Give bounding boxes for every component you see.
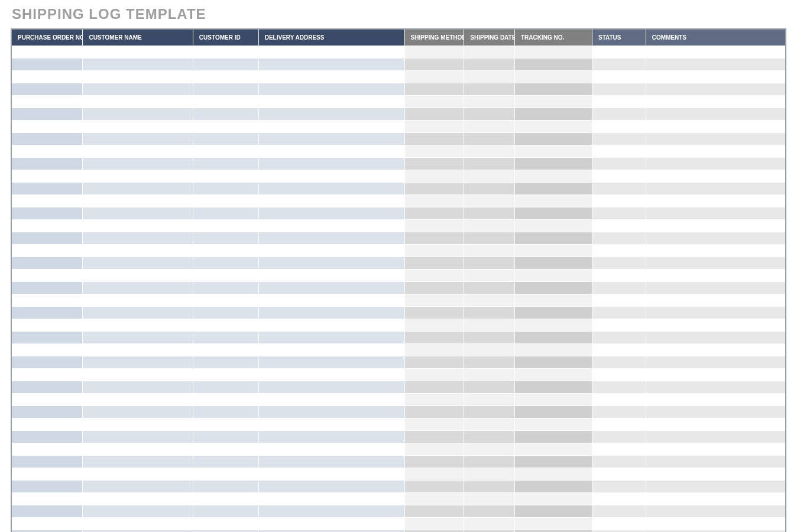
cell[interactable] xyxy=(83,307,193,319)
cell[interactable] xyxy=(258,307,404,319)
cell[interactable] xyxy=(464,245,515,257)
cell[interactable] xyxy=(404,518,464,530)
cell[interactable] xyxy=(193,431,258,443)
cell[interactable] xyxy=(404,419,464,431)
cell[interactable] xyxy=(258,319,404,332)
cell[interactable] xyxy=(592,493,646,505)
cell[interactable] xyxy=(258,394,404,406)
cell[interactable] xyxy=(258,71,404,83)
cell[interactable] xyxy=(11,456,83,468)
cell[interactable] xyxy=(83,83,193,96)
cell[interactable] xyxy=(646,394,786,406)
cell[interactable] xyxy=(464,530,515,533)
cell[interactable] xyxy=(11,133,83,145)
cell[interactable] xyxy=(258,121,404,133)
cell[interactable] xyxy=(514,394,592,406)
cell[interactable] xyxy=(514,381,592,394)
cell[interactable] xyxy=(592,270,646,282)
cell[interactable] xyxy=(646,207,786,220)
cell[interactable] xyxy=(646,220,786,232)
cell[interactable] xyxy=(83,232,193,245)
cell[interactable] xyxy=(83,59,193,71)
cell[interactable] xyxy=(404,505,464,518)
cell[interactable] xyxy=(83,344,193,356)
cell[interactable] xyxy=(83,183,193,195)
cell[interactable] xyxy=(11,319,83,332)
cell[interactable] xyxy=(11,96,83,108)
cell[interactable] xyxy=(83,282,193,294)
cell[interactable] xyxy=(193,71,258,83)
cell[interactable] xyxy=(11,381,83,394)
cell[interactable] xyxy=(592,443,646,456)
cell[interactable] xyxy=(11,294,83,307)
cell[interactable] xyxy=(592,207,646,220)
cell[interactable] xyxy=(83,158,193,170)
cell[interactable] xyxy=(193,530,258,533)
cell[interactable] xyxy=(258,332,404,344)
cell[interactable] xyxy=(11,245,83,257)
cell[interactable] xyxy=(464,332,515,344)
cell[interactable] xyxy=(592,145,646,158)
cell[interactable] xyxy=(83,394,193,406)
cell[interactable] xyxy=(404,270,464,282)
cell[interactable] xyxy=(11,518,83,530)
cell[interactable] xyxy=(646,294,786,307)
cell[interactable] xyxy=(464,294,515,307)
cell[interactable] xyxy=(464,96,515,108)
cell[interactable] xyxy=(514,530,592,533)
cell[interactable] xyxy=(258,505,404,518)
cell[interactable] xyxy=(646,468,786,481)
cell[interactable] xyxy=(193,83,258,96)
cell[interactable] xyxy=(11,257,83,270)
cell[interactable] xyxy=(11,406,83,419)
cell[interactable] xyxy=(646,183,786,195)
cell[interactable] xyxy=(11,83,83,96)
cell[interactable] xyxy=(258,133,404,145)
cell[interactable] xyxy=(514,121,592,133)
cell[interactable] xyxy=(464,319,515,332)
cell[interactable] xyxy=(514,344,592,356)
cell[interactable] xyxy=(11,493,83,505)
cell[interactable] xyxy=(258,232,404,245)
cell[interactable] xyxy=(258,294,404,307)
cell[interactable] xyxy=(193,133,258,145)
cell[interactable] xyxy=(464,456,515,468)
cell[interactable] xyxy=(646,195,786,207)
cell[interactable] xyxy=(404,183,464,195)
cell[interactable] xyxy=(404,406,464,419)
cell[interactable] xyxy=(514,46,592,59)
cell[interactable] xyxy=(258,518,404,530)
cell[interactable] xyxy=(646,493,786,505)
cell[interactable] xyxy=(464,121,515,133)
cell[interactable] xyxy=(464,356,515,369)
cell[interactable] xyxy=(592,481,646,493)
cell[interactable] xyxy=(404,121,464,133)
cell[interactable] xyxy=(514,369,592,381)
cell[interactable] xyxy=(83,121,193,133)
cell[interactable] xyxy=(83,431,193,443)
cell[interactable] xyxy=(193,108,258,121)
cell[interactable] xyxy=(464,369,515,381)
cell[interactable] xyxy=(83,419,193,431)
cell[interactable] xyxy=(404,245,464,257)
cell[interactable] xyxy=(258,468,404,481)
cell[interactable] xyxy=(514,133,592,145)
cell[interactable] xyxy=(464,195,515,207)
cell[interactable] xyxy=(464,443,515,456)
cell[interactable] xyxy=(193,456,258,468)
cell[interactable] xyxy=(464,220,515,232)
cell[interactable] xyxy=(193,46,258,59)
cell[interactable] xyxy=(514,270,592,282)
cell[interactable] xyxy=(11,431,83,443)
cell[interactable] xyxy=(464,431,515,443)
cell[interactable] xyxy=(258,83,404,96)
cell[interactable] xyxy=(514,96,592,108)
cell[interactable] xyxy=(83,505,193,518)
cell[interactable] xyxy=(193,481,258,493)
cell[interactable] xyxy=(404,481,464,493)
cell[interactable] xyxy=(404,257,464,270)
cell[interactable] xyxy=(464,505,515,518)
cell[interactable] xyxy=(464,145,515,158)
cell[interactable] xyxy=(514,356,592,369)
cell[interactable] xyxy=(592,332,646,344)
